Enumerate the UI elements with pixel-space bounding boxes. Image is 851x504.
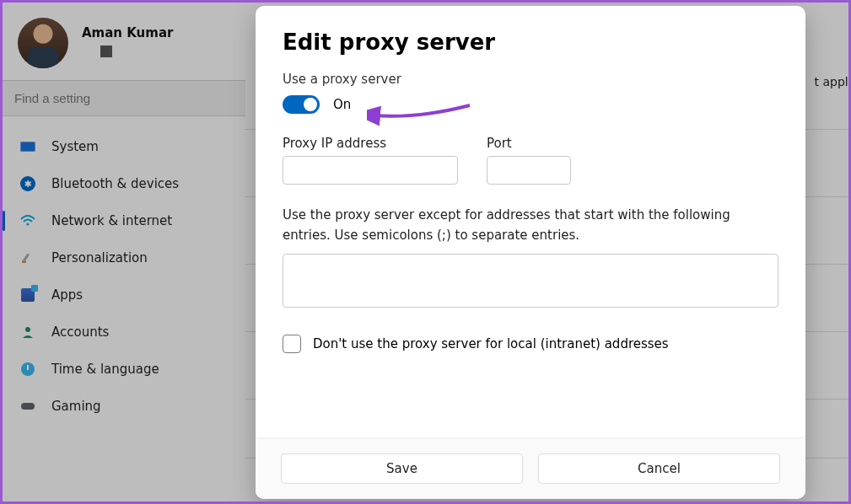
bluetooth-icon: ✱ [19,175,36,192]
local-bypass-label: Don't use the proxy server for local (in… [313,336,669,351]
system-icon [19,138,36,155]
svg-rect-4 [21,403,35,410]
settings-sidebar: Aman Kumar System ✱ Bluetooth & devices … [3,3,245,501]
exceptions-textarea[interactable] [283,254,778,308]
sidebar-item-label: Bluetooth & devices [51,176,179,191]
avatar [18,18,68,68]
gamepad-icon [19,398,36,415]
background-text-fragment: t apply [815,75,851,88]
local-bypass-checkbox[interactable] [283,335,301,353]
sidebar-item-network[interactable]: Network & internet [3,202,245,239]
sidebar-item-gaming[interactable]: Gaming [3,388,245,425]
svg-point-3 [25,327,30,332]
sidebar-item-system[interactable]: System [3,128,245,165]
proxy-ip-input[interactable] [283,156,458,185]
sidebar-item-accounts[interactable]: Accounts [3,314,245,351]
sidebar-item-personalization[interactable]: Personalization [3,239,245,276]
sidebar-item-label: Personalization [51,250,148,265]
person-icon [19,324,36,340]
sidebar-item-label: Gaming [51,399,101,414]
toggle-state-text: On [333,97,351,112]
sidebar-item-bluetooth[interactable]: ✱ Bluetooth & devices [3,165,245,202]
svg-point-0 [26,223,29,225]
apps-icon [19,287,36,303]
edit-proxy-dialog: Edit proxy server Use a proxy server On … [256,6,805,499]
profile-block[interactable]: Aman Kumar [3,14,245,80]
use-proxy-toggle[interactable] [283,95,320,114]
sidebar-item-label: Network & internet [51,213,172,228]
sidebar-item-label: Accounts [51,324,109,340]
proxy-port-input[interactable] [487,156,571,185]
sidebar-item-apps[interactable]: Apps [3,276,245,314]
use-proxy-label: Use a proxy server [283,72,778,87]
proxy-ip-label: Proxy IP address [283,136,458,151]
brush-icon [19,249,36,266]
search-input[interactable] [3,81,245,115]
sidebar-item-label: Apps [51,287,83,303]
sidebar-item-label: Time & language [51,362,159,377]
profile-name: Aman Kumar [82,25,173,40]
save-button[interactable]: Save [281,453,523,484]
wifi-icon [19,212,36,229]
sidebar-item-label: System [51,139,99,154]
clock-icon [19,361,36,378]
exceptions-label: Use the proxy server except for addresse… [283,205,778,245]
dialog-title: Edit proxy server [283,29,778,55]
cancel-button[interactable]: Cancel [538,453,780,484]
sidebar-nav: System ✱ Bluetooth & devices Network & i… [3,116,245,425]
sidebar-item-time[interactable]: Time & language [3,351,245,388]
proxy-port-label: Port [487,136,571,151]
profile-status-icon [100,46,112,57]
